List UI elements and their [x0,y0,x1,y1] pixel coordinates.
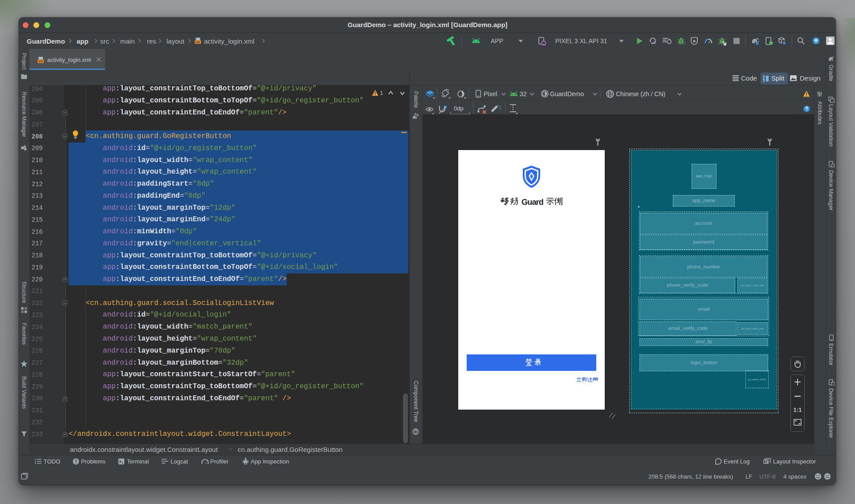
svg-text:A: A [653,41,656,45]
svg-text:<>: <> [196,40,200,44]
svg-text:?: ? [805,106,808,111]
svg-text:<>: <> [39,59,43,63]
